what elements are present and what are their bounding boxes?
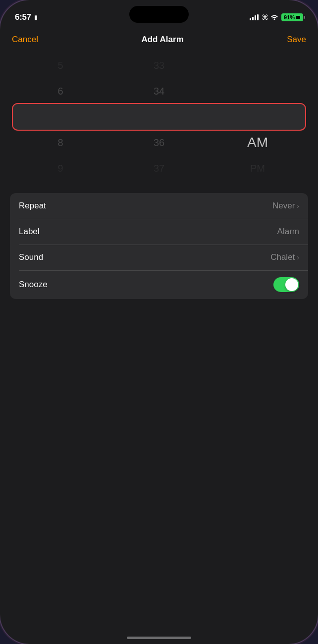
minute-below2: 37 xyxy=(109,155,209,181)
label-row[interactable]: Label Alarm xyxy=(10,219,308,245)
label-value-text: Alarm xyxy=(277,227,299,237)
dynamic-island xyxy=(129,6,189,23)
signal-bar-3 xyxy=(255,15,256,20)
wifi-icon: ⌘ xyxy=(262,13,278,21)
repeat-value: Never › xyxy=(272,201,299,211)
signal-bar-4 xyxy=(257,14,259,20)
lock-icon: ▮ xyxy=(34,14,38,21)
battery-indicator: 91% xyxy=(281,13,303,21)
hour-below2: 9 xyxy=(12,155,109,181)
status-icons: ⌘ 91% xyxy=(250,13,303,21)
home-indicator[interactable] xyxy=(127,637,191,639)
status-time: 6:57 xyxy=(15,12,31,22)
snooze-toggle[interactable] xyxy=(273,277,299,292)
toggle-knob xyxy=(285,278,298,291)
phone-frame: 6:57 ▮ ⌘ 91% xyxy=(0,0,318,644)
sound-value: Chalet › xyxy=(270,252,299,262)
minute-below1: 36 xyxy=(109,130,209,155)
sound-value-text: Chalet xyxy=(270,252,295,262)
time-picker[interactable]: 4 5 6 7 8 9 10 32 33 34 35 36 37 38 xyxy=(12,52,306,181)
hour-above1: 5 xyxy=(12,52,109,78)
signal-bar-1 xyxy=(250,18,251,20)
snooze-label: Snooze xyxy=(19,280,48,290)
page-title: Add Alarm xyxy=(141,35,183,45)
snooze-row[interactable]: Snooze xyxy=(10,270,308,299)
repeat-row[interactable]: Repeat Never › xyxy=(10,193,308,219)
settings-list: Repeat Never › Label Alarm Sound Chalet … xyxy=(10,193,308,299)
hour-above0: 6 xyxy=(12,78,109,104)
signal-bars xyxy=(250,14,259,20)
hour-below1: 8 xyxy=(12,130,109,155)
time-picker-selection xyxy=(12,103,306,131)
ampm-selected: AM xyxy=(209,130,306,155)
minute-above1: 33 xyxy=(109,52,209,78)
ampm-other: PM xyxy=(209,155,306,181)
sound-row[interactable]: Sound Chalet › xyxy=(10,245,308,270)
cancel-button[interactable]: Cancel xyxy=(12,35,38,45)
screen: 6:57 ▮ ⌘ 91% xyxy=(0,0,318,644)
repeat-value-text: Never xyxy=(272,201,295,211)
label-label: Label xyxy=(19,227,40,237)
nav-bar: Cancel Add Alarm Save xyxy=(0,29,318,52)
signal-bar-2 xyxy=(252,17,254,20)
sound-label: Sound xyxy=(19,252,43,262)
save-button[interactable]: Save xyxy=(287,35,306,45)
repeat-chevron-icon: › xyxy=(297,202,299,210)
label-value: Alarm xyxy=(277,227,299,237)
minute-above0: 34 xyxy=(109,78,209,104)
battery-percentage: 91% xyxy=(284,14,295,20)
repeat-label: Repeat xyxy=(19,201,46,211)
sound-chevron-icon: › xyxy=(297,253,299,261)
